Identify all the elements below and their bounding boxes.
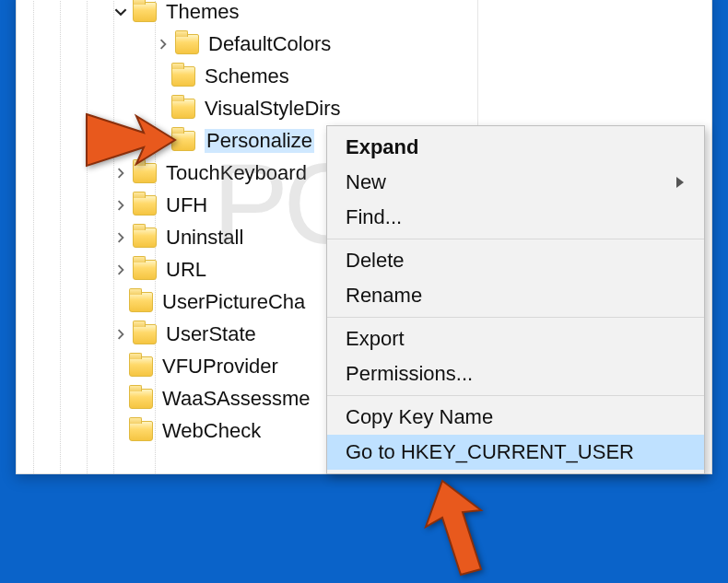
tree-label: UFH	[166, 195, 207, 216]
menu-item-label: Expand	[346, 135, 418, 159]
tree-label: WaaSAssessme	[162, 389, 311, 409]
menu-separator	[327, 317, 704, 318]
menu-item-new[interactable]: New	[327, 165, 704, 200]
menu-separator	[327, 239, 704, 239]
menu-item-label: Permissions...	[346, 362, 473, 386]
chevron-right-icon[interactable]	[112, 326, 129, 343]
folder-icon	[133, 2, 157, 22]
folder-icon	[133, 195, 157, 216]
tree-label: Themes	[166, 2, 239, 22]
folder-icon	[129, 292, 153, 312]
menu-item-label: New	[346, 170, 386, 194]
menu-item-label: Rename	[346, 284, 422, 308]
tree-label: UserState	[166, 324, 256, 344]
menu-item-export[interactable]: Export	[327, 321, 704, 356]
menu-item-delete[interactable]: Delete	[327, 243, 704, 278]
folder-icon	[175, 34, 199, 54]
tree-node-themes[interactable]: Themes	[17, 0, 477, 28]
menu-item-label: Go to HKEY_CURRENT_USER	[346, 440, 634, 464]
menu-separator	[327, 395, 704, 396]
tree-label: UserPictureCha	[162, 292, 305, 312]
tree-label: Schemes	[205, 66, 289, 87]
tree-label: WebCheck	[162, 421, 261, 441]
annotation-arrow-icon	[405, 477, 488, 578]
menu-item-copy-key-name[interactable]: Copy Key Name	[327, 400, 704, 435]
tree-label: TouchKeyboard	[166, 163, 307, 183]
menu-item-label: Delete	[346, 249, 405, 273]
tree-label: URL	[166, 260, 206, 280]
tree-node-schemes[interactable]: Schemes	[17, 60, 477, 92]
tree-label: DefaultColors	[208, 34, 331, 54]
annotation-arrow-icon	[79, 107, 177, 173]
folder-icon	[129, 389, 153, 409]
context-menu: Expand New Find... Delete Rename Export …	[326, 125, 705, 474]
folder-icon	[171, 66, 195, 87]
folder-icon	[133, 324, 157, 344]
tree-label: VisualStyleDirs	[205, 99, 341, 119]
folder-icon	[133, 260, 157, 280]
menu-item-goto-hkcu[interactable]: Go to HKEY_CURRENT_USER	[327, 435, 704, 470]
menu-item-find[interactable]: Find...	[327, 200, 704, 235]
tree-label: VFUProvider	[162, 356, 278, 377]
chevron-right-icon[interactable]	[112, 262, 129, 278]
chevron-right-icon[interactable]	[155, 36, 171, 52]
menu-item-permissions[interactable]: Permissions...	[327, 356, 704, 391]
tree-label: Uninstall	[166, 227, 243, 248]
folder-icon	[133, 227, 157, 248]
submenu-arrow-icon	[676, 177, 686, 188]
tree-label-selected: Personalize	[205, 129, 314, 153]
menu-item-expand[interactable]: Expand	[327, 130, 704, 165]
folder-icon	[129, 356, 153, 377]
chevron-right-icon[interactable]	[112, 229, 129, 246]
menu-item-label: Copy Key Name	[346, 405, 493, 429]
menu-item-label: Find...	[346, 205, 402, 229]
chevron-down-icon[interactable]	[112, 4, 129, 20]
chevron-right-icon[interactable]	[112, 197, 129, 214]
tree-node-defaultcolors[interactable]: DefaultColors	[17, 28, 477, 60]
folder-icon	[129, 421, 153, 441]
menu-item-label: Export	[346, 327, 405, 351]
menu-item-rename[interactable]: Rename	[327, 278, 704, 313]
